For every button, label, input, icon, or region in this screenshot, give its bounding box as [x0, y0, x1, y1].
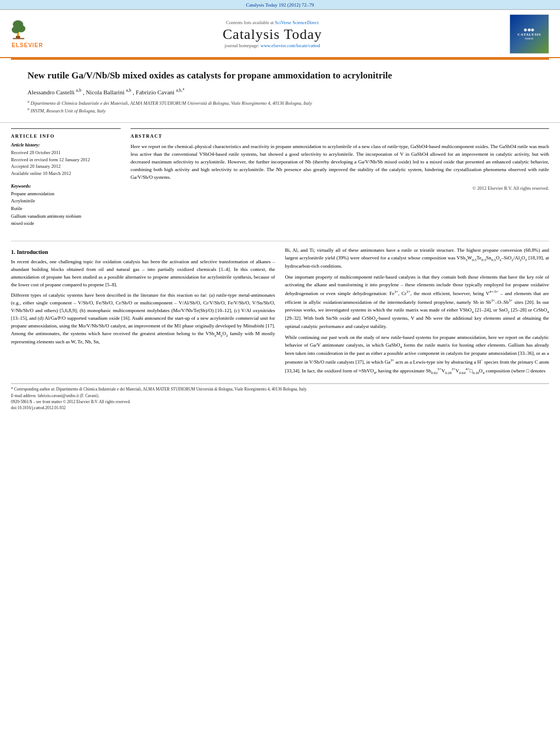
available-date: Available online 10 March 2012	[11, 170, 121, 177]
email-link[interactable]: fabrizio.cavani@unibo.it	[38, 393, 79, 398]
accepted-date: Accepted 20 January 2012	[11, 163, 121, 170]
sciverse-line: Contents lists available at SciVerse Sci…	[44, 20, 501, 25]
history-title: Article history:	[11, 142, 121, 148]
article-title: New rutile Ga/V/Nb/Sb mixed oxides as ca…	[27, 70, 533, 82]
elsevier-text: ELSEVIER	[12, 42, 43, 48]
journal-title: Catalysis Today	[44, 26, 501, 43]
journal-citation-banner: Catalysis Today 192 (2012) 72–79	[0, 0, 560, 10]
license-footnote: 0920-5861/$ – see front matter © 2012 El…	[11, 399, 549, 405]
keyword-2: Acrylonitrile	[11, 197, 121, 205]
article-info-box: ARTICLE INFO Article history: Received 2…	[11, 128, 121, 228]
intro-para-1: In recent decades, one challenging topic…	[11, 258, 275, 289]
intro-heading: 1. Introduction	[11, 249, 275, 255]
article-title-section: New rutile Ga/V/Nb/Sb mixed oxides as ca…	[0, 60, 560, 123]
corresponding-author: * Corresponding author at: Dipartimento …	[11, 386, 549, 392]
catalyst-logo: ⬤⬤⬤ CATALYSIS TODAY	[510, 14, 549, 54]
abstract-section: ABSTRACT Here we report on the chemical–…	[131, 128, 549, 191]
doi-footnote: doi:10.1016/j.cattod.2012.01.032	[11, 405, 549, 411]
intro-para-5: While continuing our past work on the st…	[285, 334, 550, 376]
homepage-link[interactable]: www.elsevier.com/locate/cattod	[261, 43, 320, 48]
abstract-heading: ABSTRACT	[131, 133, 549, 139]
logo-label: CATALYSIS	[518, 32, 541, 37]
body-right-column: Bi, Al, and Ti; virtually all of these a…	[285, 247, 550, 380]
catalyst-word: catalyst	[346, 342, 361, 348]
header-center: Contents lists available at SciVerse Sci…	[44, 20, 501, 48]
revised-date: Received in revised form 12 January 2012	[11, 156, 121, 163]
intro-para-3: Bi, Al, and Ti; virtually all of these a…	[285, 247, 550, 270]
journal-header: ELSEVIER Contents lists available at Sci…	[0, 10, 560, 58]
svg-rect-4	[16, 36, 20, 38]
footnotes: * Corresponding author at: Dipartimento …	[11, 383, 549, 411]
keyword-4: Gallium vanadium antimony niobiummixed o…	[11, 213, 121, 228]
intro-para-2: Different types of catalytic systems hav…	[11, 292, 275, 346]
body-left-column: 1. Introduction In recent decades, one c…	[11, 247, 275, 380]
article-info-column: ARTICLE INFO Article history: Received 2…	[11, 128, 121, 235]
abstract-column: ABSTRACT Here we report on the chemical–…	[131, 128, 549, 235]
section-divider	[11, 241, 549, 241]
intro-para-4: One important property of multicomponent…	[285, 274, 550, 331]
received-date: Received 28 October 2011	[11, 149, 121, 156]
keywords-title: Keywords:	[11, 183, 121, 189]
abstract-text: Here we report on the chemical–physical …	[131, 143, 549, 182]
authors-line: Alessandro Castelli a,b , Nicola Ballari…	[27, 88, 533, 95]
citation-text: Catalysis Today 192 (2012) 72–79	[246, 2, 314, 8]
svg-rect-5	[13, 38, 24, 39]
elsevier-logo: ELSEVIER	[11, 20, 44, 48]
journal-homepage: journal homepage: www.elsevier.com/locat…	[44, 43, 501, 48]
email-footnote: E-mail address: fabrizio.cavani@unibo.it…	[11, 393, 549, 399]
copyright-line: © 2012 Elsevier B.V. All rights reserved…	[131, 185, 549, 191]
article-info-heading: ARTICLE INFO	[11, 133, 121, 139]
keywords-list: Propane ammoxidation Acrylonitrile Rutil…	[11, 190, 121, 228]
elsevier-tree-icon	[11, 20, 44, 42]
sciverse-link[interactable]: SciVerse ScienceDirect	[275, 20, 319, 25]
keyword-3: Rutile	[11, 205, 121, 213]
svg-point-3	[17, 25, 25, 32]
body-columns: 1. Introduction In recent decades, one c…	[0, 247, 560, 380]
keyword-1: Propane ammoxidation	[11, 190, 121, 198]
page: Catalysis Today 192 (2012) 72–79 ELSEVIE…	[0, 0, 560, 741]
affiliations: a Dipartimento di Chimica Industriale e …	[27, 99, 533, 115]
info-abstract-columns: ARTICLE INFO Article history: Received 2…	[0, 123, 560, 235]
